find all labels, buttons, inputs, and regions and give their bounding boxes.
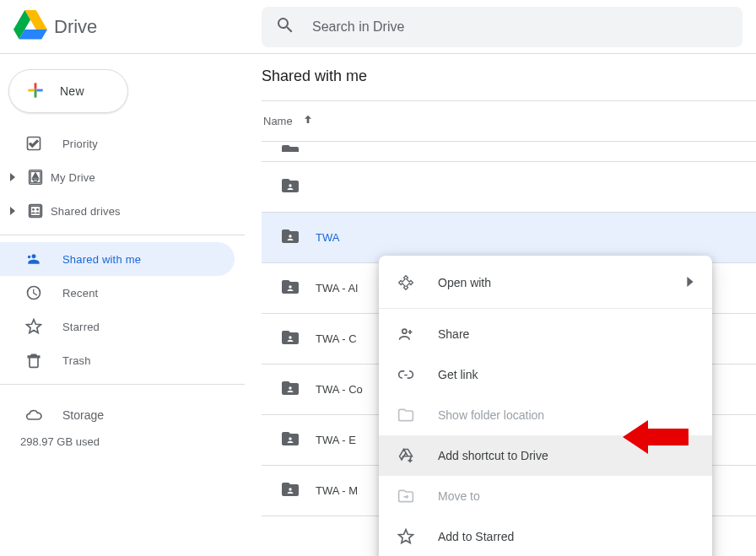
menu-move-to: Move to [379,476,712,516]
sidebar-item-priority[interactable]: Priority [0,127,235,160]
menu-divider [379,308,712,309]
svg-point-9 [402,329,407,333]
star-icon [396,526,416,547]
sidebar-item-shared-drives[interactable]: Shared drives [0,194,235,228]
sidebar: New Priority My Drive Shared drives Sha [0,54,245,556]
svg-point-4 [289,285,291,288]
app-title: Drive [54,16,97,38]
expand-icon[interactable] [5,207,20,215]
shared-folder-icon [280,327,300,350]
shared-with-me-icon [24,249,44,269]
drive-add-icon [396,445,416,466]
shared-folder-icon [280,226,300,249]
shared-folder-icon [280,378,300,401]
svg-point-8 [289,488,291,490]
search-bar[interactable] [262,7,742,47]
menu-open-with[interactable]: Open with [379,262,712,303]
shared-folder-icon [280,429,300,451]
priority-icon [24,133,44,154]
new-button-label: New [60,84,84,98]
search-input[interactable] [312,19,729,35]
sidebar-item-recent[interactable]: Recent [0,276,235,310]
table-row-partial[interactable] [262,142,756,162]
open-with-icon [396,273,416,293]
folder-icon [396,405,416,425]
menu-add-to-starred[interactable]: Add to Starred [379,516,712,556]
drive-logo-icon [14,8,47,45]
file-name: TWA [316,231,339,244]
sidebar-item-trash[interactable]: Trash [0,343,235,377]
person-add-icon [396,324,416,344]
file-name: TWA - C [316,332,357,345]
svg-point-0 [32,208,35,211]
file-name: TWA - M [316,484,358,497]
cloud-icon [24,405,44,425]
content-title: Shared with me [262,67,756,100]
sidebar-item-shared-with-me[interactable]: Shared with me [0,242,235,276]
recent-icon [24,283,44,303]
link-icon [396,364,416,385]
search-icon [275,15,295,38]
plus-icon [24,79,46,104]
shared-folder-icon [280,479,300,502]
shared-folder-icon [280,277,300,300]
my-drive-icon [25,167,46,187]
svg-point-2 [289,184,291,186]
svg-point-6 [289,386,291,389]
logo-area[interactable]: Drive [14,8,262,45]
trash-icon [24,350,44,370]
file-name: TWA - Co [316,383,363,396]
sidebar-item-storage[interactable]: Storage [24,400,245,430]
column-header-name[interactable]: Name [262,101,756,142]
menu-share[interactable]: Share [379,314,712,354]
table-row[interactable] [262,162,756,213]
sort-arrow-up-icon [301,113,315,129]
svg-point-5 [289,336,291,338]
move-icon [396,486,416,506]
chevron-right-icon [685,276,695,289]
file-name: TWA - E [316,434,356,446]
shared-folder-icon [280,175,300,198]
sidebar-item-starred[interactable]: Starred [0,310,235,343]
storage-used-text: 298.97 GB used [20,435,245,448]
annotation-arrow [623,413,688,463]
divider [0,384,245,385]
new-button[interactable]: New [8,69,128,113]
context-menu: Open with Share Get link Show folder loc… [379,256,712,556]
sidebar-item-my-drive[interactable]: My Drive [0,160,235,194]
file-name: TWA - Al [316,282,358,294]
shared-folder-icon [280,142,302,152]
svg-point-3 [289,235,291,237]
divider [0,235,245,235]
app-header: Drive [0,0,756,54]
menu-get-link[interactable]: Get link [379,354,712,395]
star-icon [24,316,44,337]
svg-point-7 [289,437,291,440]
storage-section: Storage 298.97 GB used [0,391,245,448]
shared-drives-icon [25,201,46,221]
svg-point-1 [36,208,39,211]
expand-icon[interactable] [5,173,20,181]
nav-list: Priority My Drive Shared drives [0,127,245,228]
nav-list-2: Shared with me Recent Starred Trash [0,242,245,377]
